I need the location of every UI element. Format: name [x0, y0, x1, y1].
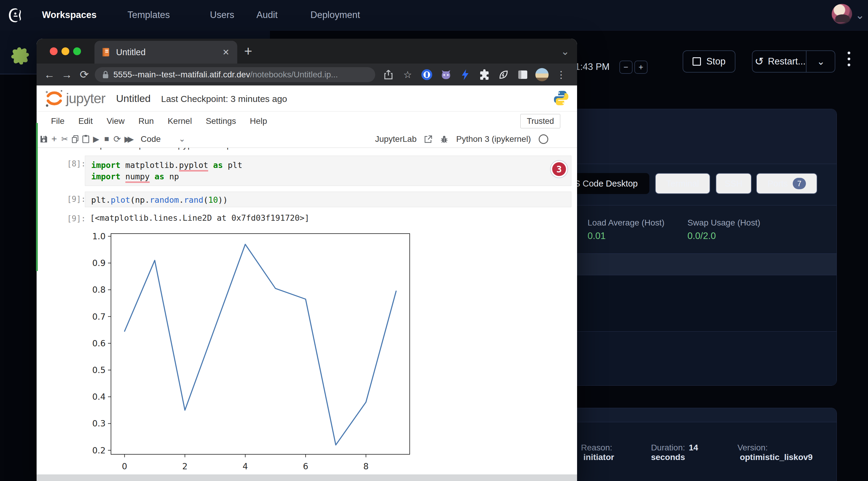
- nav-item-deployment[interactable]: Deployment: [310, 9, 360, 21]
- python-kernel-icon: [553, 90, 569, 106]
- cut-cell-icon[interactable]: ✂: [59, 133, 70, 145]
- github-octocat-icon[interactable]: [439, 68, 453, 81]
- swap-usage-value: 0.0/2.0: [687, 231, 760, 242]
- menu-help[interactable]: Help: [250, 116, 267, 126]
- svg-text:0.6: 0.6: [92, 339, 105, 348]
- svg-text:0.9: 0.9: [92, 258, 105, 268]
- jupyter-toolbar: + ✂ ▶ ■ ⟳ ▶▶ Code ⌄ JupyterLab Pyth: [37, 130, 577, 148]
- paste-cell-icon[interactable]: [81, 133, 91, 145]
- build-history-meta-row: Reason: initiator Duration: 14 seconds V…: [581, 443, 837, 462]
- tab-close-icon[interactable]: ✕: [222, 47, 229, 57]
- notebook-content: import matplotlib.pyplot as plt [8]: imp…: [37, 148, 577, 475]
- cell-type-chevron-icon[interactable]: ⌄: [179, 134, 185, 143]
- output-prompt: [9]:: [61, 214, 86, 223]
- run-cell-icon[interactable]: ▶: [91, 133, 101, 145]
- menu-settings[interactable]: Settings: [206, 116, 236, 126]
- reason-label: Reason:: [581, 443, 612, 452]
- url-path: /notebooks/Untitled.ip...: [250, 70, 338, 79]
- menu-edit[interactable]: Edit: [78, 116, 93, 126]
- extensions-puzzle-icon[interactable]: [478, 68, 491, 81]
- restart-icon: ↺: [755, 55, 764, 68]
- side-panel-icon[interactable]: [516, 68, 529, 81]
- cell-type-dropdown[interactable]: Code: [141, 134, 161, 144]
- window-minimize-button[interactable]: [61, 47, 69, 55]
- nav-item-workspaces[interactable]: Workspaces: [42, 9, 97, 21]
- add-cell-icon[interactable]: +: [49, 133, 59, 145]
- workspace-active-indicator: [36, 123, 38, 271]
- decrease-button[interactable]: −: [619, 61, 632, 74]
- coder-logo[interactable]: [7, 6, 25, 25]
- external-link-icon[interactable]: [425, 135, 432, 143]
- tab-search-chevron-icon[interactable]: ⌄: [561, 45, 569, 57]
- matplotlib-line-chart: 0.20.30.40.50.60.70.80.91.002468: [84, 229, 426, 475]
- cell-prompt: [8]:: [61, 159, 86, 168]
- svg-text:8: 8: [363, 461, 369, 472]
- browser-menu-kebab-icon[interactable]: ⋮: [555, 68, 568, 81]
- version-label: Version:: [738, 443, 768, 452]
- restart-label: Restart...: [768, 56, 806, 67]
- debugger-bug-icon[interactable]: [440, 135, 448, 143]
- jupyter-menubar: File Edit View Run Kernel Settings Help …: [37, 111, 577, 130]
- ports-button[interactable]: Ports 7: [756, 173, 817, 194]
- increase-button[interactable]: +: [634, 61, 648, 74]
- svg-text:0.8: 0.8: [92, 285, 105, 295]
- restart-options-button[interactable]: ⌄: [806, 51, 835, 72]
- browser-tab-strip: Untitled ✕ + ⌄: [37, 39, 577, 64]
- share-icon[interactable]: [382, 68, 395, 81]
- code-cell-plot[interactable]: plt.plot(np.random.rand(10)): [85, 192, 571, 207]
- restart-kernel-icon[interactable]: ⟳: [112, 133, 122, 145]
- lightning-bolt-extension-icon[interactable]: [459, 68, 472, 81]
- swap-usage-stat: Swap Usage (Host) 0.0/2.0: [687, 218, 760, 242]
- menu-view[interactable]: View: [106, 116, 124, 126]
- run-all-icon[interactable]: ▶▶: [122, 133, 133, 145]
- bookmark-star-icon[interactable]: ☆: [401, 68, 414, 81]
- nav-item-users[interactable]: Users: [210, 9, 234, 21]
- window-close-button[interactable]: [50, 47, 58, 55]
- output-text: [<matplotlib.lines.Line2D at 0x7fd03f191…: [90, 213, 310, 223]
- stop-workspace-button[interactable]: Stop: [683, 51, 736, 72]
- menu-kernel[interactable]: Kernel: [168, 116, 192, 126]
- nav-item-templates[interactable]: Templates: [127, 9, 170, 21]
- browser-tab[interactable]: Untitled ✕: [94, 41, 237, 64]
- jupyter-wordmark: jupyter: [66, 90, 105, 106]
- ports-label: Ports: [768, 179, 788, 189]
- reload-icon[interactable]: ⟳: [75, 68, 93, 81]
- tab-title: Untitled: [116, 47, 146, 57]
- menu-run[interactable]: Run: [138, 116, 154, 126]
- interrupt-kernel-icon[interactable]: ■: [101, 133, 112, 145]
- menu-file[interactable]: File: [51, 116, 64, 126]
- back-icon[interactable]: ←: [41, 68, 58, 81]
- copy-cell-icon[interactable]: [70, 133, 81, 145]
- browser-profile-avatar[interactable]: [535, 68, 549, 81]
- save-icon[interactable]: [38, 133, 49, 145]
- jupyter-page: jupyter Untitled Last Checkpoint: 3 minu…: [37, 86, 577, 481]
- chevron-down-icon[interactable]: ⌄: [856, 9, 864, 22]
- user-avatar[interactable]: [832, 4, 852, 24]
- jupyter-header: jupyter Untitled Last Checkpoint: 3 minu…: [37, 86, 577, 111]
- trusted-button[interactable]: Trusted: [520, 114, 560, 128]
- jupyterlab-link[interactable]: JupyterLab: [375, 134, 416, 144]
- kernel-name[interactable]: Python 3 (ipykernel): [456, 134, 531, 144]
- code-cell-imports[interactable]: import matplotlib.pyplot as plt import n…: [85, 156, 571, 186]
- address-bar[interactable]: 5555--main--test--matifali.atif.cdr.dev/…: [95, 67, 375, 82]
- puzzle-icon: [11, 46, 31, 64]
- workspace-menu-button[interactable]: [847, 52, 851, 66]
- terminal-button[interactable]: Terminal: [655, 173, 710, 194]
- checkpoint-status: Last Checkpoint: 3 minutes ago: [161, 94, 287, 104]
- top-nav: Workspaces Templates Users Audit Deploym…: [0, 0, 868, 31]
- scrolled-code-fragment: import matplotlib.pyplot as plt: [90, 148, 241, 150]
- duration-label: Duration:: [651, 443, 685, 452]
- onepassword-extension-icon[interactable]: [420, 68, 433, 81]
- new-tab-button[interactable]: +: [244, 43, 252, 59]
- browser-window: Untitled ✕ + ⌄ ← → ⟳ 5555--main--test--m…: [37, 39, 577, 481]
- ports-count-badge: 7: [793, 178, 806, 189]
- window-maximize-button[interactable]: [73, 47, 81, 55]
- ssh-button[interactable]: SSH: [716, 173, 752, 194]
- screen: Workspaces Templates Users Audit Deploym…: [0, 0, 868, 481]
- notebook-title[interactable]: Untitled: [116, 93, 151, 104]
- leaf-extension-icon[interactable]: [497, 68, 510, 81]
- lock-icon: [102, 70, 109, 79]
- svg-text:0.2: 0.2: [92, 446, 105, 455]
- nav-item-audit[interactable]: Audit: [256, 9, 278, 21]
- forward-icon[interactable]: →: [58, 68, 75, 81]
